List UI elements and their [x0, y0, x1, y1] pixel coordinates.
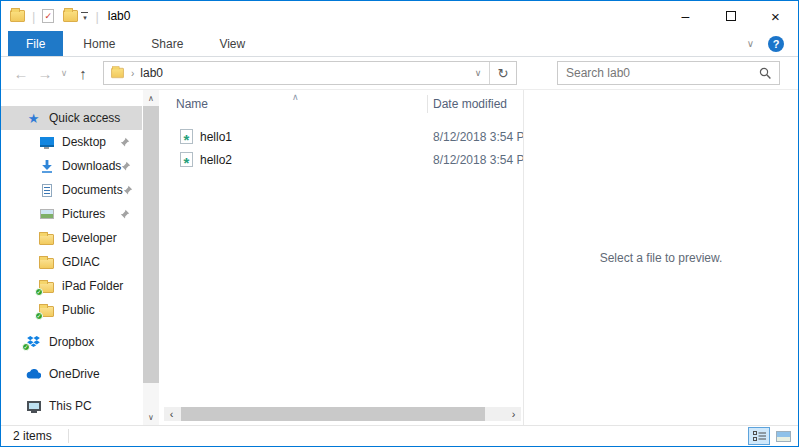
sidebar-item-label: Dropbox	[49, 335, 94, 349]
view-toggle-buttons	[748, 427, 794, 445]
horizontal-scrollbar[interactable]: ‹ ›	[164, 407, 521, 421]
file-icon: *	[180, 152, 193, 167]
help-icon[interactable]: ?	[768, 36, 784, 52]
explorer-window: { "colors": { "accent_border": "#0078d7"…	[0, 0, 799, 447]
sidebar-item-documents[interactable]: Documents	[1, 178, 142, 202]
sync-check-badge-icon: ✓	[35, 312, 43, 320]
folder-icon	[38, 256, 55, 269]
sidebar-item-label: Downloads	[62, 159, 121, 173]
documents-icon	[38, 184, 55, 197]
minimize-button[interactable]: –	[663, 1, 708, 31]
qat-customize-dropdown-icon[interactable]: ▾	[81, 12, 88, 20]
tab-home[interactable]: Home	[67, 31, 131, 56]
downloads-icon	[38, 160, 55, 173]
file-date-modified: 8/12/2018 3:54 PM	[433, 130, 523, 144]
preview-message: Select a file to preview.	[600, 251, 723, 265]
sidebar-scrollbar[interactable]: ∧ ∨	[143, 90, 159, 425]
sidebar-item-developer[interactable]: Developer	[1, 226, 142, 250]
pin-icon	[120, 137, 130, 147]
ribbon-right-controls: ∨ ?	[747, 31, 798, 56]
dropbox-icon: ✓	[25, 336, 42, 348]
divider: |	[95, 9, 98, 24]
tab-view[interactable]: View	[203, 31, 261, 56]
search-icon[interactable]	[759, 67, 772, 80]
sidebar-item-onedrive[interactable]: OneDrive	[1, 362, 142, 386]
scroll-up-icon[interactable]: ∧	[143, 90, 159, 106]
column-header-date-modified[interactable]: Date modified	[433, 97, 507, 111]
ribbon-tab-bar: File Home Share View ∨ ?	[1, 31, 798, 57]
up-button[interactable]: ↑	[71, 65, 95, 82]
sidebar-item-this-pc[interactable]: This PC	[1, 394, 142, 418]
breadcrumb-folder[interactable]: lab0	[140, 66, 163, 80]
address-folder-icon	[111, 68, 124, 78]
column-divider[interactable]	[427, 95, 428, 113]
sidebar-item-label: Public	[62, 303, 95, 317]
file-name: hello1	[200, 130, 232, 144]
address-dropdown-icon[interactable]: ∨	[467, 68, 489, 78]
status-bar: 2 items	[1, 425, 798, 446]
file-name: hello2	[200, 153, 232, 167]
window-controls: – ×	[663, 1, 798, 31]
forward-button[interactable]: →	[33, 65, 57, 82]
qat-new-folder-icon[interactable]	[63, 10, 78, 22]
breadcrumb-chevron-icon[interactable]: ›	[131, 68, 134, 79]
sidebar-item-dropbox[interactable]: ✓ Dropbox	[1, 330, 142, 354]
details-view-button[interactable]	[748, 427, 770, 445]
file-type-glyph: *	[184, 161, 190, 165]
navigation-bar: ← → ∨ ↑ › lab0 ∨ ↻	[1, 57, 798, 90]
recent-locations-dropdown-icon[interactable]: ∨	[57, 68, 71, 78]
file-list-pane: ∧ Name Date modified * hello1 8/12/2018 …	[161, 90, 523, 425]
this-pc-icon	[25, 401, 42, 411]
sort-ascending-icon: ∧	[292, 92, 299, 102]
scrollbar-thumb[interactable]	[181, 407, 485, 421]
sidebar-item-gdiac[interactable]: GDIAC	[1, 250, 142, 274]
desktop-icon	[38, 137, 55, 147]
tab-share[interactable]: Share	[135, 31, 199, 56]
qat-properties-icon[interactable]: ✓	[42, 9, 54, 23]
scrollbar-thumb[interactable]	[143, 106, 159, 383]
sidebar-item-ipad-folder[interactable]: ✓ iPad Folder	[1, 274, 142, 298]
column-headers: ∧ Name Date modified	[161, 92, 523, 116]
file-row-hello2[interactable]: * hello2 8/12/2018 3:54 PM	[161, 148, 523, 171]
refresh-icon[interactable]: ↻	[490, 66, 516, 81]
tab-file[interactable]: File	[8, 31, 63, 56]
scroll-left-icon[interactable]: ‹	[164, 407, 179, 421]
sidebar-item-label: OneDrive	[49, 367, 100, 381]
sidebar-item-label: Quick access	[49, 111, 120, 125]
qat-dropdown-triangle: ▾	[83, 15, 87, 20]
sidebar-item-desktop[interactable]: Desktop	[1, 130, 142, 154]
scrollbar-track[interactable]	[179, 407, 506, 421]
file-rows: * hello1 8/12/2018 3:54 PM * hello2 8/12…	[161, 125, 523, 171]
maximize-button[interactable]	[708, 1, 753, 31]
onedrive-cloud-icon	[25, 369, 42, 379]
sidebar-item-downloads[interactable]: Downloads	[1, 154, 142, 178]
title-bar: | ✓ ▾ | lab0 – ×	[1, 1, 798, 31]
navigation-pane: ★ Quick access Desktop Downloads Documen…	[1, 90, 161, 425]
main-area: ★ Quick access Desktop Downloads Documen…	[1, 90, 798, 425]
sidebar-item-pictures[interactable]: Pictures	[1, 202, 142, 226]
large-icons-view-icon	[776, 431, 791, 442]
divider: |	[32, 9, 35, 24]
synced-folder-icon: ✓	[38, 304, 55, 317]
column-header-name[interactable]: Name	[176, 97, 208, 111]
pin-icon	[123, 185, 133, 195]
sidebar-item-public[interactable]: ✓ Public	[1, 298, 142, 322]
address-bar[interactable]: › lab0 ∨ ↻	[103, 61, 517, 85]
sync-check-badge-icon: ✓	[22, 343, 30, 351]
back-button[interactable]: ←	[9, 65, 33, 82]
search-box	[557, 61, 780, 85]
scroll-right-icon[interactable]: ›	[506, 407, 521, 421]
sidebar-item-label: GDIAC	[62, 255, 100, 269]
quick-access-star-icon: ★	[25, 111, 42, 126]
search-input[interactable]	[558, 66, 759, 80]
sidebar-item-label: Pictures	[62, 207, 105, 221]
sidebar-item-quick-access[interactable]: ★ Quick access	[1, 106, 142, 130]
close-button[interactable]: ×	[753, 1, 798, 31]
scroll-down-icon[interactable]: ∨	[143, 409, 159, 425]
ribbon-expand-icon[interactable]: ∨	[747, 38, 754, 49]
file-row-hello1[interactable]: * hello1 8/12/2018 3:54 PM	[161, 125, 523, 148]
sidebar-item-label: iPad Folder	[62, 279, 123, 293]
folder-icon	[38, 232, 55, 245]
sidebar-item-label: This PC	[49, 399, 92, 413]
large-icons-view-button[interactable]	[772, 427, 794, 445]
